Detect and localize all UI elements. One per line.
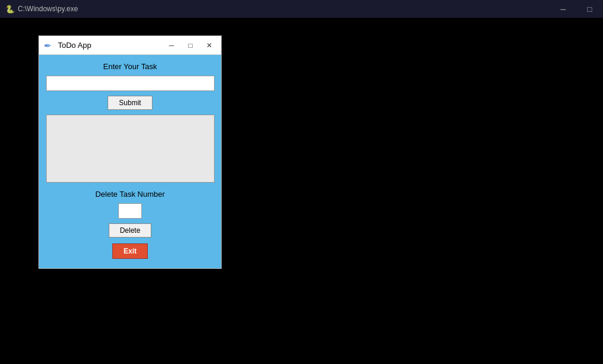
window-title: ToDo App: [58, 41, 164, 50]
app-icon: ✒: [44, 40, 54, 51]
os-taskbar-controls: ─ □: [550, 0, 603, 18]
window-controls: ─ □ ✕: [164, 40, 216, 51]
delete-task-label: Delete Task Number: [95, 190, 165, 199]
task-listbox[interactable]: [46, 115, 215, 183]
delete-button[interactable]: Delete: [109, 223, 152, 238]
submit-button[interactable]: Submit: [108, 96, 152, 110]
app-window: ✒ ToDo App ─ □ ✕ Enter Your Task Submit …: [38, 35, 222, 269]
window-maximize-button[interactable]: □: [183, 40, 197, 51]
window-minimize-button[interactable]: ─: [164, 40, 179, 51]
delete-number-input[interactable]: [118, 203, 142, 219]
title-bar: ✒ ToDo App ─ □ ✕: [39, 36, 221, 55]
window-body: Enter Your Task Submit Delete Task Numbe…: [39, 55, 221, 268]
os-minimize-button[interactable]: ─: [550, 0, 576, 18]
python-icon: 🐍: [6, 5, 14, 13]
os-taskbar-title: C:\Windows\py.exe: [18, 5, 78, 13]
window-close-button[interactable]: ✕: [202, 40, 216, 51]
os-taskbar: 🐍 C:\Windows\py.exe ─ □: [0, 0, 603, 18]
enter-task-label: Enter Your Task: [103, 62, 157, 71]
task-input[interactable]: [46, 76, 215, 91]
exit-button[interactable]: Exit: [112, 243, 148, 259]
os-maximize-button[interactable]: □: [576, 0, 603, 18]
